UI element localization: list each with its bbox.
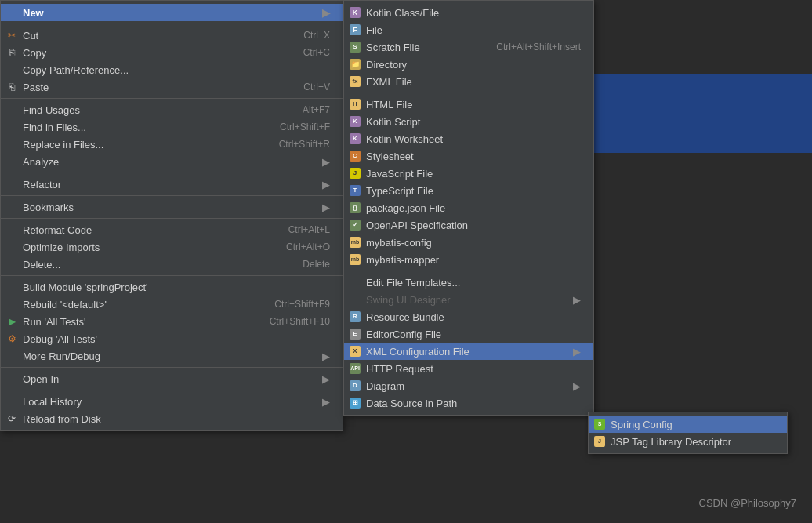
separator-1 xyxy=(1,24,343,24)
more-run-arrow: ▶ xyxy=(322,350,330,362)
rebuild-label: Rebuild '<default>' xyxy=(23,299,107,311)
run-shortcut: Ctrl+Shift+F10 xyxy=(246,316,330,327)
diagram-icon: D xyxy=(349,380,361,392)
editorconfig-icon: E xyxy=(349,328,361,340)
submenu-item-directory[interactable]: 📁 Directory xyxy=(344,56,593,73)
separator-3 xyxy=(1,173,343,173)
menu-item-bookmarks[interactable]: Bookmarks ▶ xyxy=(1,198,343,216)
menu-item-find-files[interactable]: Find in Files... Ctrl+Shift+F xyxy=(1,118,343,136)
submenu-item-mybatis-config[interactable]: mb mybatis-config xyxy=(344,234,593,251)
diagram-arrow: ▶ xyxy=(573,380,581,392)
build-module-label: Build Module 'springProject' xyxy=(23,281,148,293)
ts-icon: T xyxy=(349,184,361,197)
js-icon: J xyxy=(349,167,361,180)
submenu-item-datasource[interactable]: ⊞ Data Source in Path xyxy=(344,394,593,412)
menu-item-cut[interactable]: ✂ Cut Ctrl+X xyxy=(1,27,343,44)
mybatis-config-icon: mb xyxy=(349,236,361,249)
menu-item-debug[interactable]: ⚙ Debug 'All Tests' xyxy=(1,330,343,347)
kotlin-worksheet-icon: K xyxy=(349,133,361,145)
cut-label: Cut xyxy=(23,30,38,42)
menu-item-analyze[interactable]: Analyze ▶ xyxy=(1,153,343,170)
menu-item-run[interactable]: ▶ Run 'All Tests' Ctrl+Shift+F10 xyxy=(1,313,343,330)
mybatis-config-label: mybatis-config xyxy=(366,237,432,249)
jsp-tag-icon: J xyxy=(593,435,606,448)
package-json-label: package.json File xyxy=(366,202,445,214)
find-files-shortcut: Ctrl+Shift+F xyxy=(256,122,330,133)
submenu-item-kotlin-script[interactable]: K Kotlin Script xyxy=(344,113,593,130)
http-request-icon: API xyxy=(349,362,361,375)
directory-label: Directory xyxy=(366,59,407,71)
reload-label: Reload from Disk xyxy=(23,413,101,425)
submenu-item-stylesheet[interactable]: C Stylesheet xyxy=(344,147,593,165)
separator-4 xyxy=(1,195,343,196)
submenu-item-scratch[interactable]: S Scratch File Ctrl+Alt+Shift+Insert xyxy=(344,38,593,56)
watermark: CSDN @Philosophy7 xyxy=(699,497,796,509)
submenu-item-http-request[interactable]: API HTTP Request xyxy=(344,360,593,377)
submenu-item-kotlin-class[interactable]: K Kotlin Class/File xyxy=(344,4,593,21)
submenu-item-openapi[interactable]: ✓ OpenAPI Specification xyxy=(344,216,593,234)
kotlin-class-label: Kotlin Class/File xyxy=(366,7,439,19)
new-icon xyxy=(5,6,18,19)
menu-item-optimize[interactable]: Optimize Imports Ctrl+Alt+O xyxy=(1,238,343,256)
submenu-item-file[interactable]: F File xyxy=(344,21,593,38)
bookmarks-label: Bookmarks xyxy=(23,202,74,213)
paste-shortcut: Ctrl+V xyxy=(280,82,330,93)
menu-item-build-module[interactable]: Build Module 'springProject' xyxy=(1,278,343,296)
submenu-item-ts[interactable]: T TypeScript File xyxy=(344,182,593,199)
copy-path-label: Copy Path/Reference... xyxy=(23,64,129,76)
kotlin-script-icon: K xyxy=(349,115,361,128)
submenu-item-kotlin-worksheet[interactable]: K Kotlin Worksheet xyxy=(344,130,593,147)
datasource-label: Data Source in Path xyxy=(366,398,457,409)
submenu-item-swing-ui[interactable]: Swing UI Designer ▶ xyxy=(344,291,593,308)
menu-item-local-history[interactable]: Local History ▶ xyxy=(1,393,343,410)
mybatis-mapper-icon: mb xyxy=(349,253,361,266)
scratch-shortcut: Ctrl+Alt+Shift+Insert xyxy=(480,42,581,53)
submenu-item-editorconfig[interactable]: E EditorConfig File xyxy=(344,325,593,343)
submenu-item-edit-templates[interactable]: Edit File Templates... xyxy=(344,274,593,291)
submenu-item-package-json[interactable]: {} package.json File xyxy=(344,199,593,216)
submenu-item-fxml[interactable]: fx FXML File xyxy=(344,73,593,90)
resource-bundle-label: Resource Bundle xyxy=(366,311,444,323)
copy-path-icon xyxy=(5,64,18,76)
swing-ui-label: Swing UI Designer xyxy=(366,294,451,306)
menu-item-reformat[interactable]: Reformat Code Ctrl+Alt+L xyxy=(1,221,343,238)
submenu-item-js[interactable]: J JavaScript File xyxy=(344,165,593,182)
submenu-item-diagram[interactable]: D Diagram ▶ xyxy=(344,377,593,394)
submenu-item-html[interactable]: H HTML File xyxy=(344,96,593,113)
package-json-icon: {} xyxy=(349,202,361,214)
menu-item-rebuild[interactable]: Rebuild '<default>' Ctrl+Shift+F9 xyxy=(1,296,343,313)
submenu-item-xml-config[interactable]: X XML Configuration File ▶ xyxy=(344,343,593,360)
submenu-item-spring-config[interactable]: S Spring Config xyxy=(589,416,787,433)
menu-item-new[interactable]: New ▶ xyxy=(1,4,343,21)
menu-item-open-in[interactable]: Open In ▶ xyxy=(1,370,343,387)
submenu-item-resource-bundle[interactable]: R Resource Bundle xyxy=(344,308,593,325)
menu-item-reload[interactable]: ⟳ Reload from Disk xyxy=(1,410,343,427)
paste-icon: ⎗ xyxy=(5,81,18,93)
directory-icon: 📁 xyxy=(349,58,361,71)
menu-item-more-run[interactable]: More Run/Debug ▶ xyxy=(1,347,343,365)
edit-templates-icon xyxy=(349,276,361,289)
openapi-label: OpenAPI Specification xyxy=(366,220,468,231)
http-request-label: HTTP Request xyxy=(366,363,433,375)
copy-shortcut: Ctrl+C xyxy=(280,47,330,58)
submenu-item-jsp-tag[interactable]: J JSP Tag Library Descriptor xyxy=(589,433,787,450)
menu-item-paste[interactable]: ⎗ Paste Ctrl+V xyxy=(1,78,343,96)
menu-item-copy[interactable]: ⎘ Copy Ctrl+C xyxy=(1,44,343,61)
submenu-item-mybatis-mapper[interactable]: mb mybatis-mapper xyxy=(344,251,593,268)
refactor-arrow: ▶ xyxy=(322,179,330,191)
cut-shortcut: Ctrl+X xyxy=(280,30,330,41)
separator-2 xyxy=(1,98,343,99)
menu-item-refactor[interactable]: Refactor ▶ xyxy=(1,176,343,193)
menu-item-copy-path[interactable]: Copy Path/Reference... xyxy=(1,61,343,78)
edit-templates-label: Edit File Templates... xyxy=(366,277,460,289)
xml-config-icon: X xyxy=(349,345,361,358)
menu-item-delete[interactable]: Delete... Delete xyxy=(1,256,343,273)
separator-5 xyxy=(1,218,343,219)
menu-item-replace[interactable]: Replace in Files... Ctrl+Shift+R xyxy=(1,136,343,153)
datasource-icon: ⊞ xyxy=(349,397,361,409)
open-in-label: Open In xyxy=(23,373,59,385)
menu-item-find-usages[interactable]: Find Usages Alt+F7 xyxy=(1,101,343,118)
run-label: Run 'All Tests' xyxy=(23,316,86,328)
separator-6 xyxy=(1,275,343,276)
bookmarks-arrow: ▶ xyxy=(322,202,330,213)
